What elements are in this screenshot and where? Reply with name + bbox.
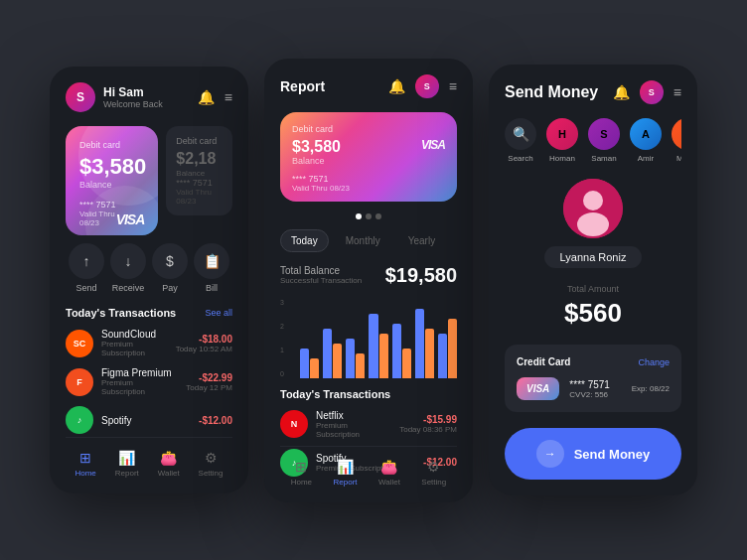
main-debit-card[interactable]: Debit card $3,580 Balance **** 7571 Vali…	[66, 126, 158, 235]
report-nav-report[interactable]: 📊 Report	[334, 459, 358, 487]
txn-time-figma: Today 12 PM	[186, 383, 232, 392]
avatar: S	[66, 82, 95, 112]
balance-header: Total Balance Successful Transaction $19…	[280, 264, 457, 287]
amount-value: $560	[505, 298, 681, 329]
small-card-label: Debit card	[176, 136, 223, 146]
txn-value-soundcloud: -$18.00	[176, 334, 232, 345]
txn-amount-soundcloud: -$18.00 Today 10:52 AM	[176, 334, 232, 353]
send-action[interactable]: ↑ Send	[69, 243, 104, 293]
nav-home[interactable]: ⊞ Home	[75, 450, 95, 478]
bar-group-2	[323, 329, 342, 378]
report-transactions-header: Today's Transactions	[280, 388, 457, 400]
receive-action[interactable]: ↓ Receive	[110, 243, 146, 293]
report-nav-icon: 📊	[118, 450, 135, 466]
carousel-dots	[280, 213, 457, 219]
report-visa-logo: VISA	[421, 138, 445, 152]
txn-sub-netflix: Premium Subscription	[316, 421, 391, 439]
txn-sub-figma: Premium Subscription	[101, 378, 178, 396]
send-header: Send Money 🔔 S ≡	[505, 80, 681, 104]
menu-icon[interactable]: ≡	[224, 89, 232, 105]
nav-report[interactable]: 📊 Report	[115, 450, 139, 478]
nav-wallet[interactable]: 👛 Wallet	[158, 450, 180, 478]
bar-group-1	[300, 349, 319, 378]
txn-time-soundcloud: Today 10:52 AM	[176, 345, 232, 353]
total-balance-section: Total Balance Successful Transaction $19…	[280, 264, 457, 287]
report-card-balance-label: Balance	[292, 156, 341, 166]
cc-info: VISA **** 7571 CVV2: 556 Exp: 08/22	[517, 377, 670, 400]
bar-blue-7	[438, 334, 447, 378]
report-title: Report	[280, 78, 325, 94]
contact-amir[interactable]: A Amir	[630, 118, 662, 163]
y-label-3: 3	[280, 299, 284, 306]
amir-name: Amir	[638, 154, 654, 163]
txn-value-netflix: -$15.99	[399, 414, 457, 425]
txn-details-figma: Figma Premium Premium Subscription	[101, 367, 178, 396]
tab-yearly[interactable]: Yearly	[397, 229, 446, 252]
txn-amount-spotify: -$12.00	[199, 415, 232, 426]
send-button-label: Send Money	[574, 447, 651, 462]
home-header: S Hi Sam Welcome Back 🔔 ≡	[66, 82, 232, 112]
send-avatar: S	[640, 80, 664, 104]
transaction-figma: F Figma Premium Premium Subscription -$2…	[66, 367, 232, 396]
small-debit-card[interactable]: Debit card $2,18 Balance **** 7571 Valid…	[166, 126, 232, 215]
tab-today[interactable]: Today	[280, 229, 329, 252]
bar-orange-4	[379, 334, 388, 378]
bar-group-5	[392, 324, 411, 378]
header-icons: 🔔 ≡	[198, 89, 232, 105]
period-tabs: Today Monthly Yearly	[280, 229, 457, 252]
report-nav-setting[interactable]: ⚙ Setting	[421, 459, 446, 487]
dot-2	[366, 213, 372, 219]
main-card-label: Debit card	[79, 140, 144, 150]
small-card-balance-label: Balance	[176, 169, 223, 178]
pay-action[interactable]: $ Pay	[152, 243, 188, 293]
contact-homan[interactable]: H Homan	[546, 118, 578, 163]
send-menu-icon[interactable]: ≡	[673, 84, 681, 100]
bill-action[interactable]: 📋 Bill	[194, 243, 229, 293]
transaction-soundcloud: SC SoundCloud Premium Subscription -$18.…	[66, 329, 232, 357]
contact-search[interactable]: 🔍 Search	[505, 118, 536, 163]
contact-saman[interactable]: S Saman	[588, 118, 620, 163]
report-card-balance: $3,580	[292, 138, 341, 156]
report-wallet-nav-label: Wallet	[378, 478, 400, 487]
selected-avatar-img	[563, 179, 623, 238]
search-icon[interactable]: 🔍	[505, 118, 536, 150]
bar-orange-3	[356, 353, 365, 378]
txn-amount-figma: -$22.99 Today 12 PM	[186, 372, 232, 392]
main-card-balance-label: Balance	[79, 180, 144, 190]
report-txn-netflix: N Netflix Premium Subscription -$15.99 T…	[280, 410, 457, 439]
see-all-link[interactable]: See all	[205, 308, 232, 318]
bar-orange-2	[333, 344, 342, 378]
homan-name: Homan	[549, 154, 575, 163]
report-report-nav-icon: 📊	[337, 459, 354, 475]
report-card[interactable]: Debit card $3,580 Balance VISA **** 7571…	[280, 112, 457, 202]
dot-1	[356, 213, 362, 219]
total-balance-label: Total Balance	[280, 265, 362, 276]
saman-avatar: S	[588, 118, 620, 150]
cc-change-btn[interactable]: Change	[638, 357, 670, 367]
balance-chart: 3 2 1 0	[280, 299, 457, 378]
setting-nav-icon: ⚙	[205, 450, 218, 466]
report-nav-wallet[interactable]: 👛 Wallet	[378, 459, 400, 487]
wallet-nav-icon: 👛	[160, 450, 177, 466]
bell-icon[interactable]: 🔔	[198, 89, 215, 105]
report-nav-label: Report	[115, 469, 139, 478]
send-bell-icon[interactable]: 🔔	[613, 84, 630, 100]
report-bell-icon[interactable]: 🔔	[388, 78, 405, 94]
contact-mehdi[interactable]: M Mehdi	[672, 118, 681, 163]
homan-avatar: H	[546, 118, 578, 150]
tab-monthly[interactable]: Monthly	[335, 229, 391, 252]
report-nav-home[interactable]: ⊞ Home	[291, 459, 312, 487]
action-buttons: ↑ Send ↓ Receive $ Pay 📋 Bill	[66, 243, 232, 293]
send-money-button[interactable]: → Send Money	[505, 428, 681, 480]
cc-exp: Exp: 08/22	[632, 384, 670, 393]
mehdi-name: Mehdi	[676, 154, 681, 163]
report-menu-icon[interactable]: ≡	[449, 78, 457, 94]
report-card-valid: Valid Thru 08/23	[292, 184, 445, 193]
nav-setting[interactable]: ⚙ Setting	[199, 450, 224, 478]
main-card-number: **** 7571	[79, 200, 116, 210]
user-info: S Hi Sam Welcome Back	[66, 82, 163, 112]
report-setting-nav-label: Setting	[421, 478, 446, 487]
y-label-2: 2	[280, 323, 284, 330]
mehdi-avatar: M	[672, 118, 681, 150]
bar-blue-2	[323, 329, 332, 378]
